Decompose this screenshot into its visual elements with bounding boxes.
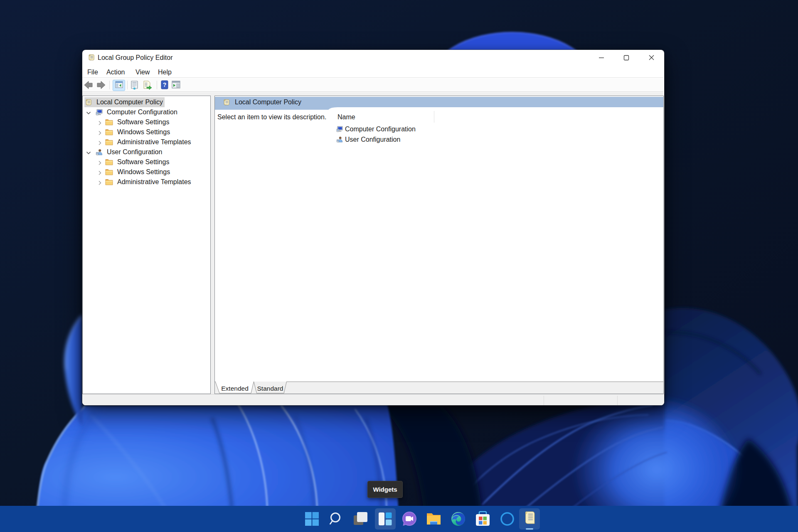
svg-text:Standard: Standard xyxy=(257,385,283,392)
svg-text:?: ? xyxy=(163,81,167,88)
svg-text:Extended: Extended xyxy=(221,385,249,392)
